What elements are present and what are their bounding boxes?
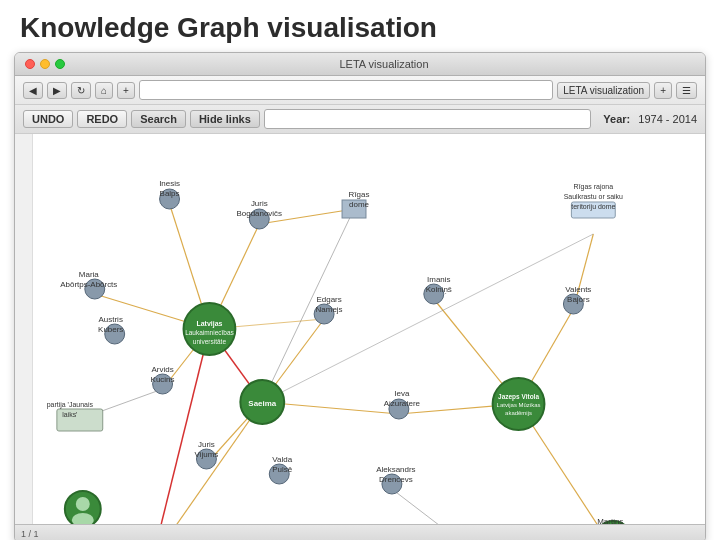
hide-links-button[interactable]: Hide links bbox=[190, 110, 260, 128]
home-button[interactable]: ⌂ bbox=[95, 82, 113, 99]
reload-button[interactable]: ↻ bbox=[71, 82, 91, 99]
svg-text:Inesis: Inesis bbox=[159, 179, 180, 188]
svg-line-20 bbox=[392, 489, 464, 524]
svg-text:universitāte: universitāte bbox=[193, 338, 227, 345]
forward-button[interactable]: ▶ bbox=[47, 82, 67, 99]
year-range: 1974 - 2014 bbox=[638, 113, 697, 125]
svg-text:Bogdanovičs: Bogdanovičs bbox=[237, 209, 283, 218]
address-input[interactable] bbox=[139, 80, 553, 100]
svg-text:Maria: Maria bbox=[79, 270, 99, 279]
svg-line-17 bbox=[153, 329, 210, 524]
bookmark-button[interactable]: + bbox=[654, 82, 672, 99]
undo-button[interactable]: UNDO bbox=[23, 110, 73, 128]
menu-button[interactable]: ☰ bbox=[676, 82, 697, 99]
svg-text:Arvids: Arvids bbox=[152, 365, 174, 374]
svg-text:Aleksandrs: Aleksandrs bbox=[376, 465, 415, 474]
svg-text:Balps: Balps bbox=[160, 189, 180, 198]
svg-text:laiks': laiks' bbox=[62, 411, 77, 418]
svg-text:Aizuratere: Aizuratere bbox=[384, 399, 421, 408]
close-button[interactable] bbox=[25, 59, 35, 69]
svg-text:Austris: Austris bbox=[99, 315, 123, 324]
svg-text:Juris: Juris bbox=[251, 199, 268, 208]
svg-text:Valents: Valents bbox=[565, 285, 591, 294]
svg-text:dome: dome bbox=[349, 200, 369, 209]
tab-title-display: LETA visualization bbox=[557, 82, 650, 99]
svg-text:Edgars: Edgars bbox=[316, 295, 341, 304]
search-button[interactable]: Search bbox=[131, 110, 186, 128]
svg-text:Laukaimniecības: Laukaimniecības bbox=[185, 329, 234, 336]
browser-titlebar: LETA visualization bbox=[15, 53, 705, 76]
svg-text:akadēmijs: akadēmijs bbox=[505, 410, 532, 416]
svg-line-21 bbox=[262, 234, 593, 402]
svg-text:Saulkrastu or saiku: Saulkrastu or saiku bbox=[564, 193, 623, 200]
year-label: Year: bbox=[603, 113, 630, 125]
svg-text:Ieva: Ieva bbox=[394, 389, 410, 398]
bottom-bar: 1 / 1 bbox=[15, 524, 705, 540]
svg-point-52 bbox=[76, 497, 90, 511]
maximize-button[interactable] bbox=[55, 59, 65, 69]
svg-text:Vijums: Vijums bbox=[195, 450, 219, 459]
page-counter: 1 / 1 bbox=[21, 529, 39, 539]
graph-area: Latvijas Laukaimniecības universitāte Sa… bbox=[15, 134, 705, 524]
svg-text:Latvijas Mūzikas: Latvijas Mūzikas bbox=[497, 402, 541, 408]
redo-button[interactable]: REDO bbox=[77, 110, 127, 128]
svg-text:Kolniņš: Kolniņš bbox=[426, 285, 452, 294]
search-input[interactable] bbox=[264, 109, 592, 129]
browser-window: LETA visualization ◀ ▶ ↻ ⌂ + LETA visual… bbox=[14, 52, 706, 540]
svg-text:Saeima: Saeima bbox=[248, 399, 276, 408]
minimize-button[interactable] bbox=[40, 59, 50, 69]
svg-text:Rīgas rajona: Rīgas rajona bbox=[574, 183, 614, 191]
app-toolbar: UNDO REDO Search Hide links Year: 1974 -… bbox=[15, 105, 705, 134]
graph-svg: Latvijas Laukaimniecības universitāte Sa… bbox=[15, 134, 705, 524]
svg-text:Abōrtps-Abōrcts: Abōrtps-Abōrcts bbox=[60, 280, 117, 289]
svg-text:Rīgas: Rīgas bbox=[349, 190, 370, 199]
svg-text:Drencevs: Drencevs bbox=[379, 475, 413, 484]
svg-text:Latvijas: Latvijas bbox=[196, 320, 222, 328]
svg-text:Bajors: Bajors bbox=[567, 295, 590, 304]
add-tab-button[interactable]: + bbox=[117, 82, 135, 99]
svg-text:Kucins: Kucins bbox=[151, 375, 175, 384]
window-title: LETA visualization bbox=[73, 58, 695, 70]
svg-text:Martins: Martins bbox=[597, 517, 623, 524]
back-button[interactable]: ◀ bbox=[23, 82, 43, 99]
svg-text:Imanis: Imanis bbox=[427, 275, 450, 284]
svg-text:Pulsē: Pulsē bbox=[272, 465, 292, 474]
svg-text:partija 'Jaunais: partija 'Jaunais bbox=[47, 401, 94, 409]
svg-text:Kubers: Kubers bbox=[98, 325, 123, 334]
page-title: Knowledge Graph visualisation bbox=[0, 0, 720, 52]
traffic-lights bbox=[25, 59, 65, 69]
svg-text:teritoriju dome: teritoriju dome bbox=[571, 203, 615, 211]
svg-text:Namejs: Namejs bbox=[316, 305, 343, 314]
svg-text:Juris: Juris bbox=[198, 440, 215, 449]
svg-text:Valda: Valda bbox=[272, 455, 292, 464]
svg-text:Jazeps Vitola: Jazeps Vitola bbox=[498, 393, 539, 401]
browser-toolbar: ◀ ▶ ↻ ⌂ + LETA visualization + ☰ bbox=[15, 76, 705, 105]
